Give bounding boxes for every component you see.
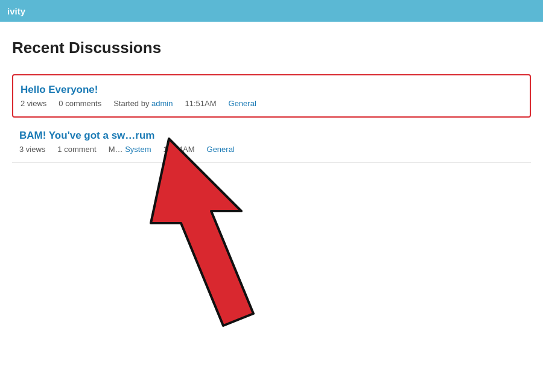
discussion-item[interactable]: BAM! You've got a sw…rum3 views1 comment…	[12, 121, 531, 163]
app-title: ivity	[7, 6, 25, 16]
discussion-started-by: Started by admin	[113, 99, 173, 108]
discussion-item[interactable]: Hello Everyone!2 views0 commentsStarted …	[12, 74, 531, 118]
page-title: Recent Discussions	[12, 39, 531, 57]
discussion-time: 11:51AM	[185, 99, 216, 108]
discussion-comments: 0 comments	[59, 99, 101, 108]
discussion-views: 2 views	[21, 99, 46, 108]
discussion-category[interactable]: General	[229, 99, 256, 108]
discussion-meta: 2 views0 commentsStarted by admin11:51AM…	[21, 99, 522, 108]
discussion-title[interactable]: Hello Everyone!	[21, 84, 522, 96]
discussion-author[interactable]: admin	[151, 99, 173, 108]
discussion-list: Hello Everyone!2 views0 commentsStarted …	[12, 74, 531, 163]
discussion-comments: 1 comment	[57, 145, 96, 154]
discussion-title[interactable]: BAM! You've got a sw…rum	[19, 130, 524, 142]
discussion-views: 3 views	[19, 145, 45, 154]
discussion-category[interactable]: General	[207, 145, 235, 154]
discussion-started-by: M… System	[109, 145, 151, 154]
discussion-meta: 3 views1 commentM… System11:44AMGeneral	[19, 145, 524, 154]
discussion-time: 11:44AM	[163, 145, 194, 154]
main-content: Recent Discussions Hello Everyone!2 view…	[0, 22, 543, 180]
top-bar: ivity	[0, 0, 543, 22]
discussion-author[interactable]: System	[125, 145, 151, 154]
